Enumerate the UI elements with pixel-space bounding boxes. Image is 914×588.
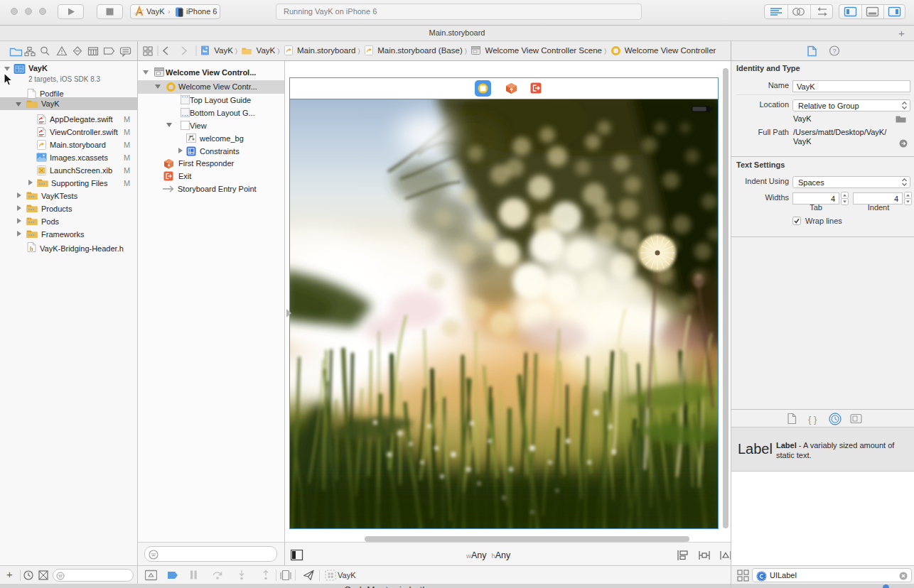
svg-text:h: h — [30, 245, 33, 252]
svg-text:?: ? — [832, 48, 836, 55]
svg-text:{ }: { } — [808, 414, 817, 425]
